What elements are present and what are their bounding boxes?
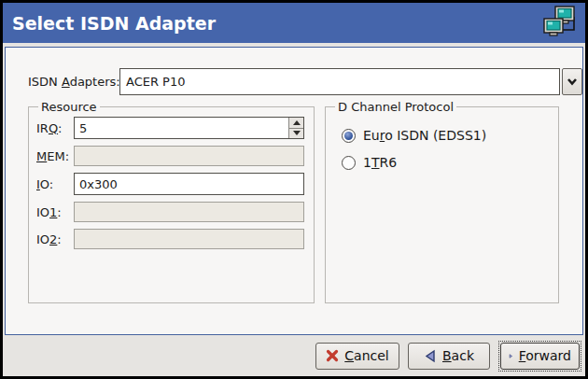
forward-button[interactable]: Forward (500, 343, 580, 370)
irq-spinbox (74, 117, 304, 139)
isdn-adapter-combobox-value[interactable]: ACER P10 (119, 68, 560, 95)
mem-input (74, 146, 304, 166)
left-triangle-icon (424, 349, 437, 363)
dialog-window: Select ISDN Adapter ISDN Adapters: ACER … (0, 0, 588, 379)
content-panel: ISDN Adapters: ACER P10 Resource IRQ: (5, 47, 583, 335)
io1-row: IO1: (36, 202, 304, 222)
cancel-button[interactable]: Cancel (315, 343, 399, 370)
io1-input (74, 202, 304, 222)
cancel-button-label: Cancel (344, 348, 388, 363)
right-triangle-icon (509, 349, 513, 363)
forward-button-focus-ring: Forward (498, 341, 581, 372)
titlebar: Select ISDN Adapter (3, 3, 585, 43)
dialog-title: Select ISDN Adapter (12, 13, 216, 34)
dialog-button-bar: Cancel Back Forward (3, 335, 585, 376)
mem-label: MEM: (36, 149, 74, 163)
back-button-label: Back (442, 348, 474, 363)
spin-down-icon (293, 131, 301, 135)
radio-button-icon (342, 129, 356, 143)
red-x-icon (326, 349, 339, 362)
radio-option-euro-isdn[interactable]: Euro ISDN (EDSS1) (333, 125, 549, 146)
spin-down-button[interactable] (289, 129, 303, 139)
isdn-adapter-combobox: ACER P10 (119, 68, 582, 95)
radio-button-icon (342, 156, 356, 170)
io1-label: IO1: (36, 205, 74, 219)
dchannel-options: Euro ISDN (EDSS1) 1TR6 (333, 117, 549, 173)
resource-group: Resource IRQ: MEM: IO: (28, 100, 315, 303)
mem-row: MEM: (36, 146, 304, 166)
spin-up-button[interactable] (289, 118, 303, 129)
back-button[interactable]: Back (408, 343, 490, 370)
irq-label: IRQ: (36, 121, 74, 135)
io2-row: IO2: (36, 229, 304, 249)
radio-option-label: Euro ISDN (EDSS1) (363, 128, 486, 143)
combobox-dropdown-button[interactable] (562, 68, 582, 95)
irq-input[interactable] (75, 118, 288, 138)
isdn-adapters-label: ISDN Adapters: (28, 68, 120, 95)
io-row: IO: (36, 173, 304, 195)
radio-option-1tr6[interactable]: 1TR6 (333, 152, 549, 173)
io2-input (74, 229, 304, 249)
network-computers-icon (543, 5, 579, 42)
forward-button-label: Forward (519, 348, 571, 363)
resource-group-title: Resource (38, 100, 100, 114)
irq-spin-buttons (288, 118, 303, 138)
io2-label: IO2: (36, 232, 74, 246)
dchannel-protocol-group: D Channel Protocol Euro ISDN (EDSS1) 1TR… (325, 100, 559, 303)
chevron-down-icon (567, 77, 578, 86)
spin-up-icon (293, 120, 301, 125)
radio-option-label: 1TR6 (363, 155, 397, 170)
io-input[interactable] (74, 173, 304, 195)
io-label: IO: (36, 177, 74, 191)
irq-row: IRQ: (36, 117, 304, 139)
dchannel-group-title: D Channel Protocol (335, 100, 456, 114)
